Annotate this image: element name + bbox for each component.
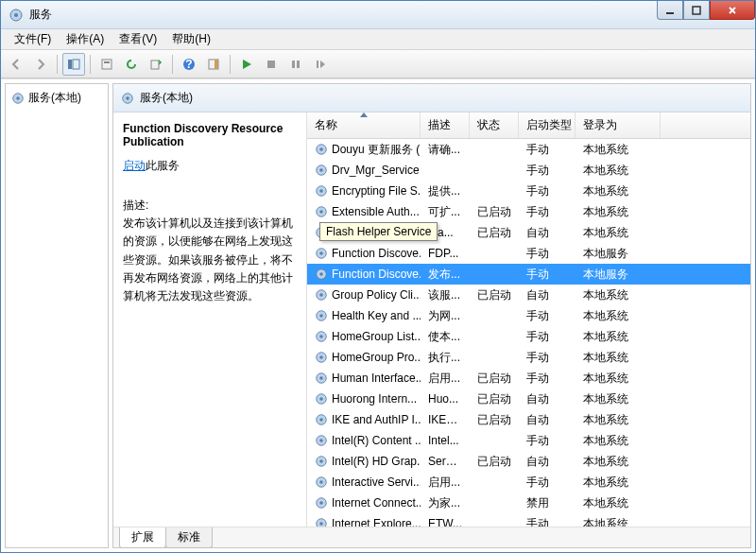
cell-status: 已启动 [470,371,519,387]
cell-name: Group Policy Cli... [307,288,421,302]
cell-logon: 本地系统 [576,225,661,241]
help-button[interactable]: ? [178,53,200,76]
col-status[interactable]: 状态 [470,112,519,138]
table-row[interactable]: Group Policy Cli...该服...已启动自动本地系统 [307,285,750,305]
table-row[interactable]: Encrypting File S...提供...手动本地系统 [307,181,750,201]
table-row[interactable]: Internet Explore...ETW...手动本地系统 [307,513,750,527]
svg-text:?: ? [185,58,192,71]
cell-logon: 本地系统 [576,495,661,511]
cell-desc: 请确... [421,142,470,158]
table-row[interactable]: HomeGroup Pro...执行...手动本地系统 [307,347,750,368]
maximize-button[interactable] [683,1,710,20]
window-title: 服务 [29,7,52,23]
table-row[interactable]: Huorong Intern...Huo...已启动自动本地系统 [307,389,750,409]
cell-startup: 手动 [519,329,576,345]
col-startup[interactable]: 启动类型 [519,112,576,138]
cell-desc: ETW... [421,517,470,527]
svg-rect-15 [297,60,300,68]
start-suffix: 此服务 [146,159,180,172]
gear-icon [315,268,328,281]
gear-icon [315,205,328,218]
cell-status: 已启动 [470,287,519,303]
svg-point-42 [319,355,323,359]
cell-startup: 自动 [519,454,576,470]
cell-startup: 手动 [519,142,576,158]
table-row[interactable]: Function Discove...FDP...手动本地服务 [307,243,750,264]
table-row[interactable]: Interactive Servi...启用...手动本地系统 [307,472,750,493]
menu-help[interactable]: 帮助(H) [164,29,218,49]
cell-name: Douyu 更新服务 (... [307,142,421,158]
table-row[interactable]: Human Interface...启用...已启动手动本地系统 [307,368,750,389]
svg-point-54 [319,480,323,484]
close-button[interactable] [710,1,755,20]
pause-service-button[interactable] [284,53,307,76]
cell-name: Drv_Mgr_Service [307,164,421,177]
col-name[interactable]: 名称 [307,112,421,138]
detail-pane: Function Discovery Resource Publication … [113,112,307,527]
svg-rect-3 [693,7,700,14]
titlebar[interactable]: 服务 [1,1,755,29]
cell-startup: 自动 [519,225,576,241]
pane-header: 服务(本地) [113,84,750,112]
cell-desc: 可扩... [421,204,470,220]
cell-logon: 本地系统 [576,433,661,449]
list-body[interactable]: Douyu 更新服务 (...请确...手动本地系统Drv_Mgr_Servic… [307,139,750,527]
tree-root-services[interactable]: 服务(本地) [9,88,104,108]
cell-status: 已启动 [470,391,519,407]
cell-startup: 手动 [519,204,576,220]
menu-view[interactable]: 查看(V) [112,29,164,49]
table-row[interactable]: HomeGroup List...使本...手动本地系统 [307,326,750,347]
cell-desc: 为家... [421,495,470,511]
svg-point-36 [319,293,323,297]
show-hide-tree-button[interactable] [62,53,85,76]
restart-service-button[interactable] [309,53,332,76]
table-row[interactable]: Health Key and ...为网...手动本地系统 [307,305,750,326]
gear-icon [315,372,328,385]
col-logon[interactable]: 登录为 [576,112,661,138]
sort-asc-icon [360,112,368,117]
table-row[interactable]: Intel(R) Content ...Intel...手动本地系统 [307,430,750,451]
cell-logon: 本地系统 [576,329,661,345]
gear-icon [315,143,328,156]
refresh-button[interactable] [120,53,143,76]
menu-file[interactable]: 文件(F) [7,29,59,49]
menu-action[interactable]: 操作(A) [59,29,112,49]
content-area: 服务(本地) 服务(本地) Function Discovery Resourc… [1,78,755,552]
cell-logon: 本地系统 [576,142,661,158]
cell-startup: 手动 [519,246,576,262]
table-row[interactable]: Extensible Auth...可扩...已启动手动本地系统 [307,201,750,222]
tab-standard[interactable]: 标准 [165,527,213,548]
col-description[interactable]: 描述 [421,112,470,138]
back-button[interactable] [5,53,27,76]
export-button[interactable] [145,53,167,76]
svg-rect-12 [215,60,218,69]
forward-button[interactable] [29,53,52,76]
gear-icon [315,413,328,426]
minimize-button[interactable] [657,1,683,20]
cell-desc: 启用... [421,371,470,387]
table-row[interactable]: Drv_Mgr_Service手动本地系统 [307,160,750,181]
tooltip: Flash Helper Service [319,222,438,241]
stop-service-button[interactable] [260,53,283,76]
description-text: 发布该计算机以及连接到该计算机的资源，以便能够在网络上发现这些资源。如果该服务被… [123,215,297,305]
table-row[interactable]: Douyu 更新服务 (...请确...手动本地系统 [307,139,750,160]
properties-button[interactable] [95,53,118,76]
toolbar: ? [1,50,755,78]
right-pane: 服务(本地) Function Discovery Resource Publi… [112,83,751,548]
svg-point-32 [319,251,323,255]
table-row[interactable]: Intel(R) HD Grap...Servi...已启动自动本地系统 [307,451,750,472]
start-service-button[interactable] [235,53,258,76]
start-service-link[interactable]: 启动 [123,159,146,172]
tree-pane[interactable]: 服务(本地) [5,83,109,548]
cell-status: 已启动 [470,225,519,241]
table-row[interactable]: IKE and AuthIP I...IKEE...已启动自动本地系统 [307,409,750,430]
cell-desc: 该服... [421,287,470,303]
cell-name: HomeGroup List... [307,330,421,343]
tabstrip: 扩展 标准 [113,527,750,547]
action-pane-button[interactable] [202,53,225,76]
table-row[interactable]: Function Discove...发布...手动本地服务 [307,264,750,285]
tab-extended[interactable]: 扩展 [119,527,166,548]
cell-logon: 本地服务 [576,267,661,283]
svg-point-50 [319,439,323,442]
table-row[interactable]: Internet Connect...为家...禁用本地系统 [307,493,750,513]
